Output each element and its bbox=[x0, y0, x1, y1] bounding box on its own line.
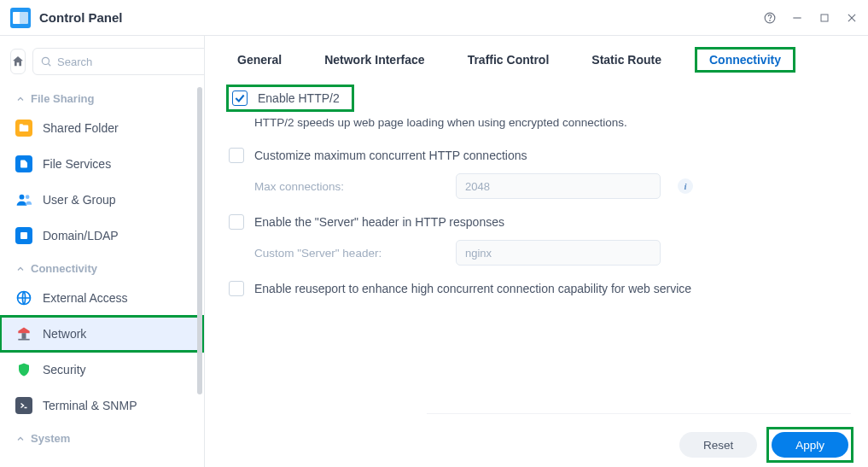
chevron-up-icon bbox=[15, 434, 26, 444]
reuseport-label: Enable reuseport to enhance high concurr… bbox=[254, 282, 691, 295]
help-icon[interactable] bbox=[764, 12, 776, 24]
section-file-sharing[interactable]: File Sharing bbox=[0, 84, 204, 110]
enable-http2-row: Enable HTTP/2 bbox=[229, 87, 352, 109]
server-header-label: Enable the "Server" header in HTTP respo… bbox=[254, 215, 504, 229]
sidebar-item-terminal-snmp[interactable]: Terminal & SNMP bbox=[0, 388, 204, 423]
app-icon bbox=[10, 8, 31, 28]
sidebar-item-file-services[interactable]: File Services bbox=[0, 146, 204, 182]
search-input-wrap[interactable] bbox=[32, 48, 205, 75]
customize-max-row: Customize maximum concurrent HTTP connec… bbox=[229, 143, 844, 168]
terminal-icon bbox=[15, 397, 32, 414]
scrollbar[interactable] bbox=[197, 87, 202, 394]
sidebar-item-user-group[interactable]: User & Group bbox=[0, 182, 204, 218]
external-access-icon bbox=[15, 289, 32, 306]
customize-max-label: Customize maximum concurrent HTTP connec… bbox=[254, 149, 527, 162]
enable-http2-label: Enable HTTP/2 bbox=[258, 91, 340, 105]
svg-rect-10 bbox=[20, 232, 27, 239]
max-conn-input bbox=[456, 173, 661, 199]
customize-max-checkbox[interactable] bbox=[229, 148, 244, 163]
svg-line-7 bbox=[48, 63, 50, 66]
tab-general[interactable]: General bbox=[229, 48, 290, 72]
user-group-icon bbox=[15, 191, 32, 208]
sidebar-item-network[interactable]: Network bbox=[0, 316, 204, 352]
shield-icon bbox=[15, 361, 32, 378]
domain-ldap-icon bbox=[15, 227, 32, 244]
close-icon[interactable] bbox=[846, 12, 858, 24]
svg-rect-3 bbox=[821, 15, 828, 21]
window-title: Control Panel bbox=[39, 10, 123, 25]
max-conn-row: Max connections: i bbox=[229, 168, 844, 209]
reset-button[interactable]: Reset bbox=[679, 432, 757, 458]
chevron-up-icon bbox=[15, 264, 26, 274]
sidebar: File Sharing Shared Folder File Services… bbox=[0, 36, 205, 467]
reuseport-checkbox[interactable] bbox=[229, 281, 244, 296]
http2-description: HTTP/2 speeds up web page loading when u… bbox=[229, 111, 844, 143]
sidebar-item-external-access[interactable]: External Access bbox=[0, 280, 204, 316]
file-services-icon bbox=[15, 155, 32, 172]
tab-bar: General Network Interface Traffic Contro… bbox=[205, 36, 868, 80]
maximize-icon[interactable] bbox=[818, 12, 830, 24]
section-system[interactable]: System bbox=[0, 423, 204, 450]
network-icon bbox=[15, 325, 32, 342]
home-button[interactable] bbox=[10, 49, 26, 74]
custom-header-row: Custom "Server" header: bbox=[229, 235, 844, 276]
tab-network-interface[interactable]: Network Interface bbox=[316, 48, 433, 72]
apply-button[interactable]: Apply bbox=[772, 432, 848, 458]
apply-highlight: Apply bbox=[769, 429, 851, 460]
main-panel: General Network Interface Traffic Contro… bbox=[205, 36, 868, 467]
search-icon bbox=[40, 55, 52, 67]
section-connectivity[interactable]: Connectivity bbox=[0, 254, 204, 280]
chevron-up-icon bbox=[15, 94, 26, 104]
titlebar: Control Panel bbox=[0, 0, 868, 36]
svg-point-8 bbox=[20, 195, 25, 200]
svg-rect-12 bbox=[22, 333, 26, 339]
svg-point-1 bbox=[770, 20, 771, 20]
svg-point-6 bbox=[42, 57, 49, 64]
server-header-row: Enable the "Server" header in HTTP respo… bbox=[229, 209, 844, 235]
reuseport-row: Enable reuseport to enhance high concurr… bbox=[229, 276, 844, 301]
folder-icon bbox=[15, 120, 32, 137]
svg-rect-13 bbox=[18, 339, 29, 341]
search-input[interactable] bbox=[57, 55, 201, 68]
enable-http2-checkbox[interactable] bbox=[232, 90, 248, 106]
sidebar-item-shared-folder[interactable]: Shared Folder bbox=[0, 110, 204, 146]
sidebar-item-domain-ldap[interactable]: Domain/LDAP bbox=[0, 218, 204, 254]
custom-header-label: Custom "Server" header: bbox=[254, 247, 442, 260]
minimize-icon[interactable] bbox=[791, 12, 803, 24]
tab-traffic-control[interactable]: Traffic Control bbox=[459, 48, 558, 72]
svg-point-9 bbox=[26, 195, 30, 199]
tab-connectivity[interactable]: Connectivity bbox=[696, 48, 795, 72]
content-area: Enable HTTP/2 HTTP/2 speeds up web page … bbox=[205, 80, 868, 467]
info-icon[interactable]: i bbox=[678, 178, 693, 194]
sidebar-item-security[interactable]: Security bbox=[0, 352, 204, 388]
custom-header-input bbox=[456, 240, 661, 266]
tab-static-route[interactable]: Static Route bbox=[583, 48, 670, 72]
server-header-checkbox[interactable] bbox=[229, 214, 244, 230]
footer: Reset Apply bbox=[427, 413, 851, 460]
max-conn-label: Max connections: bbox=[254, 180, 442, 193]
